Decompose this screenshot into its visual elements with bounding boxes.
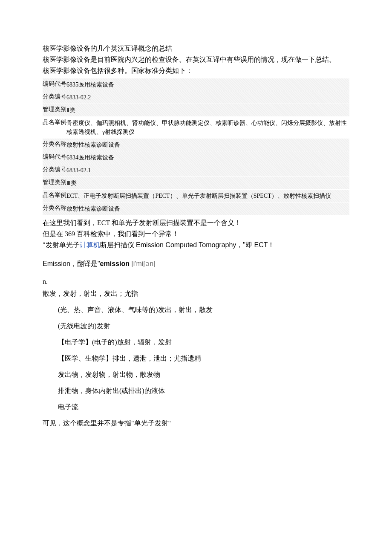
row-label: 管理类别 xyxy=(43,177,66,188)
part-of-speech: n. xyxy=(43,277,349,287)
definition-list: (光、热、声音、液体、气味等的)发出，射出，散发 (无线电波的)发射 【电子学】… xyxy=(43,305,349,412)
emission-label: Emission，翻译是" xyxy=(43,260,100,267)
classification-table: 编码代号 6835医用核素设备 分类编号 6833-02.2 管理类别 Ⅱ类 品… xyxy=(43,78,349,215)
def-lead: 散发，发射，射出，发出；尤指 xyxy=(43,289,349,299)
table-row: 管理类别 Ⅱ类 xyxy=(43,104,349,117)
emission-word: emission xyxy=(100,260,130,267)
table-row: 分类名称 放射性核素诊断设备 xyxy=(43,139,349,151)
body-text: 但是在 369 百科检索中，我们看到一个异常！ xyxy=(43,229,349,239)
row-value: 6833-02.2 xyxy=(66,91,349,104)
table-row: 品名举例 ECT、正电子发射断层扫描装置（PECT）、单光子发射断层扫描装置（S… xyxy=(43,190,349,202)
row-value: 6833-02.1 xyxy=(66,164,349,176)
row-label: 分类编号 xyxy=(43,91,66,102)
row-value: 骨密度仪、伽玛照相机、肾功能仪、甲状腺功能测定仪、核素听诊器、心功能仪、闪烁分层… xyxy=(66,117,349,138)
conclusion-text: 可见，这个概念里并不是专指"单光子发射" xyxy=(43,418,349,428)
row-value: Ⅲ类 xyxy=(66,177,349,189)
row-label: 品名举例 xyxy=(43,190,66,201)
intro-para-1: 核医学影像设备是目前医院内兴起的检查设备。在英汉互译中有些误用的情况，现在做一下… xyxy=(43,55,349,65)
table-row: 品名举例 骨密度仪、伽玛照相机、肾功能仪、甲状腺功能测定仪、核素听诊器、心功能仪… xyxy=(43,117,349,139)
table-row: 分类编号 6833-02.2 xyxy=(43,91,349,104)
row-value: 6835医用核素设备 xyxy=(66,78,349,91)
phonetic-text: [i'miʃən] xyxy=(130,260,156,267)
intro-para-2: 核医学影像设备包括很多种。国家标准分类如下： xyxy=(43,66,349,76)
computer-link[interactable]: 计算机 xyxy=(80,241,100,249)
row-label: 分类名称 xyxy=(43,139,66,150)
list-item: 【医学、生物学】排出，遗泄，泄出；尤指遗精 xyxy=(58,353,349,364)
table-row: 分类名称 放射性核素诊断设备 xyxy=(43,202,349,215)
list-item: (光、热、声音、液体、气味等的)发出，射出，散发 xyxy=(58,305,349,315)
row-value: 放射性核素诊断设备 xyxy=(66,202,349,215)
doc-title: 核医学影像设备的几个英汉互译概念的总结 xyxy=(43,43,349,54)
list-item: (无线电波的)发射 xyxy=(58,321,349,331)
table-row: 编码代号 6835医用核素设备 xyxy=(43,78,349,91)
text-prefix: "发射单光子 xyxy=(43,241,80,249)
list-item: 【电子学】(电子的)放射，辐射，发射 xyxy=(58,337,349,347)
row-label: 分类名称 xyxy=(43,202,66,214)
row-label: 分类编号 xyxy=(43,164,66,175)
list-item: 电子流 xyxy=(58,402,349,412)
row-value: 放射性核素诊断设备 xyxy=(66,139,349,151)
row-label: 编码代号 xyxy=(43,78,66,90)
table-row: 编码代号 6834医用核素设备 xyxy=(43,151,349,164)
row-label: 品名举例 xyxy=(43,117,66,128)
row-label: 管理类别 xyxy=(43,104,66,115)
row-value: ECT、正电子发射断层扫描装置（PECT）、单光子发射断层扫描装置（SPECT）… xyxy=(66,190,349,202)
table-row: 分类编号 6833-02.1 xyxy=(43,164,349,177)
row-label: 编码代号 xyxy=(43,151,66,162)
table-row: 管理类别 Ⅲ类 xyxy=(43,177,349,190)
emission-line: Emission，翻译是"emission [i'miʃən] xyxy=(43,259,349,269)
text-suffix: 断层扫描仪 Emission Computed Tomography，"即 EC… xyxy=(100,241,275,249)
row-value: 6834医用核素设备 xyxy=(66,151,349,164)
row-value: Ⅱ类 xyxy=(66,104,349,116)
list-item: 发出物，发射物，射出物，散发物 xyxy=(58,370,349,380)
body-text: 在这里我们看到，ECT 和单光子发射断层扫描装置不是一个含义！ xyxy=(43,218,349,228)
list-item: 排泄物，身体内射出(或排出)的液体 xyxy=(58,386,349,396)
body-text-with-link: "发射单光子计算机断层扫描仪 Emission Computed Tomogra… xyxy=(43,240,349,250)
